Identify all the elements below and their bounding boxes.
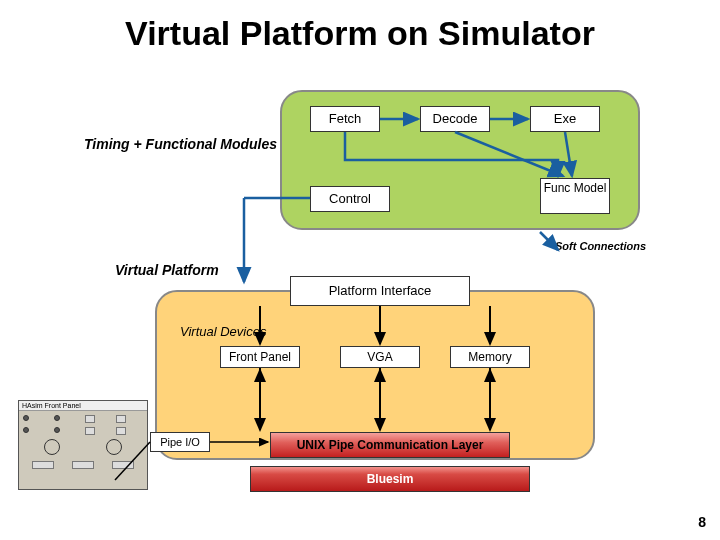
- front-panel-window: HAsim Front Panel: [18, 400, 148, 490]
- memory-box: Memory: [450, 346, 530, 368]
- led-icon: [23, 415, 29, 421]
- button-icon: [116, 427, 126, 435]
- virtual-devices-label: Virtual Devices: [180, 324, 266, 339]
- func-model-box: Func Model: [540, 178, 610, 214]
- virtual-platform-label: Virtual Platform: [115, 262, 219, 278]
- dial-icon: [106, 439, 122, 455]
- button-icon: [85, 415, 95, 423]
- bluesim-layer: Bluesim: [250, 466, 530, 492]
- vga-box: VGA: [340, 346, 420, 368]
- decode-box: Decode: [420, 106, 490, 132]
- unix-pipe-layer: UNIX Pipe Communication Layer: [270, 432, 510, 458]
- button-icon: [85, 427, 95, 435]
- page-title: Virtual Platform on Simulator: [0, 14, 720, 53]
- exe-box: Exe: [530, 106, 600, 132]
- front-panel-box: Front Panel: [220, 346, 300, 368]
- button-icon: [32, 461, 54, 469]
- pipe-io-box: Pipe I/O: [150, 432, 210, 452]
- dial-icon: [44, 439, 60, 455]
- led-icon: [54, 415, 60, 421]
- timing-functional-label: Timing + Functional Modules: [84, 136, 277, 152]
- control-box: Control: [310, 186, 390, 212]
- platform-interface-box: Platform Interface: [290, 276, 470, 306]
- front-panel-titlebar: HAsim Front Panel: [19, 401, 147, 411]
- led-icon: [23, 427, 29, 433]
- button-icon: [72, 461, 94, 469]
- soft-connections-label: Soft Connections: [555, 240, 646, 252]
- fetch-box: Fetch: [310, 106, 380, 132]
- button-icon: [116, 415, 126, 423]
- led-icon: [54, 427, 60, 433]
- button-icon: [112, 461, 134, 469]
- page-number: 8: [698, 514, 706, 530]
